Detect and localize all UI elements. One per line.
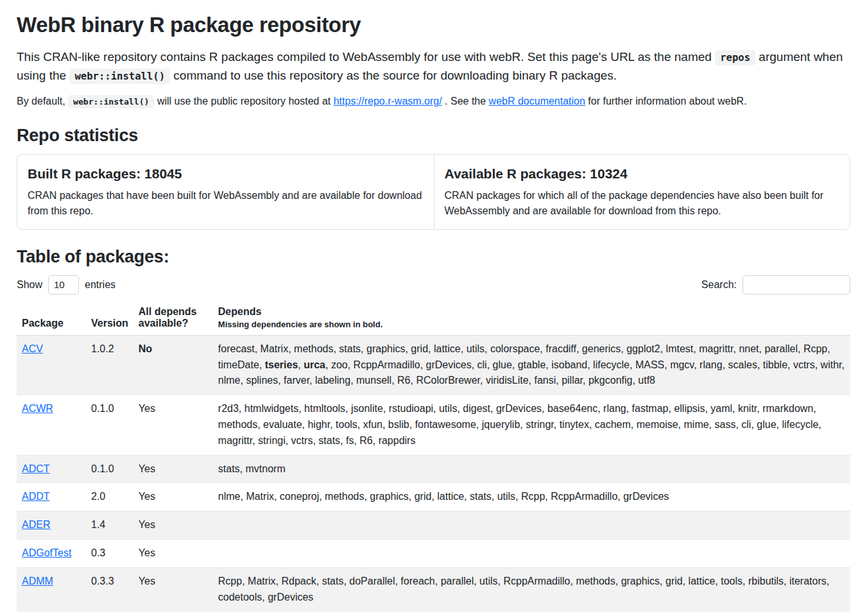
table-row: ADGofTest0.3Yes (17, 540, 850, 568)
stat-card-available: Available R packages: 10324 CRAN package… (434, 155, 850, 229)
version-cell: 0.1.0 (86, 455, 133, 483)
inline-code-webr-install-2: webr::install() (68, 95, 154, 108)
stat-available-title: Available R packages: 10324 (445, 166, 840, 182)
available-cell: No (133, 335, 213, 395)
available-cell: Yes (133, 567, 213, 612)
available-cell: Yes (133, 511, 213, 540)
search-input[interactable] (743, 275, 850, 295)
dependency-text: stats, mvtnorm (218, 463, 286, 474)
table-row: ACWR0.1.0Yesr2d3, htmlwidgets, htmltools… (17, 395, 850, 455)
package-cell: ADMMnet (17, 612, 86, 616)
table-row: ADER1.4Yes (17, 511, 850, 540)
search-label: Search: (701, 279, 737, 291)
dependency-text: Rcpp, Matrix, Rdpack, stats, doParallel,… (218, 576, 829, 603)
depends-cell: Matrix, Rcpp, RcppEigen, methods, graphi… (213, 612, 850, 616)
dependency-text: nlme, Matrix, coneproj, methods, graphic… (218, 491, 669, 502)
depends-cell: forecast, Matrix, methods, stats, graphi… (213, 335, 850, 395)
package-cell: ACWR (17, 395, 86, 455)
stat-card-built: Built R packages: 18045 CRAN packages th… (17, 155, 434, 229)
column-header-package[interactable]: Package (17, 302, 86, 336)
inline-code-webr-install: webr::install() (69, 69, 170, 84)
entries-label: entries (85, 279, 116, 291)
version-cell: 1.4 (86, 511, 133, 540)
package-link[interactable]: ADGofTest (22, 547, 71, 558)
available-cell: Yes (133, 540, 213, 568)
stat-built-description: CRAN packages that have been built for W… (28, 188, 424, 219)
version-cell: 0.3.3 (86, 567, 133, 612)
package-link[interactable]: ADCT (22, 463, 50, 474)
table-row: ADDT2.0Yesnlme, Matrix, coneproj, method… (17, 483, 850, 511)
default-note-text-3: . See the (442, 96, 489, 107)
page-title: WebR binary R package repository (17, 13, 850, 37)
depends-header-note: Missing dependencies are shown in bold. (218, 320, 845, 329)
stat-built-title: Built R packages: 18045 (28, 166, 424, 182)
webr-documentation-link[interactable]: webR documentation (489, 96, 585, 107)
package-link[interactable]: ADDT (22, 491, 50, 502)
package-link[interactable]: ACV (22, 343, 43, 354)
version-cell: 1.0.2 (86, 335, 133, 395)
depends-cell: Rcpp, Matrix, Rdpack, stats, doParallel,… (213, 567, 850, 612)
repo-statistics-heading: Repo statistics (17, 126, 850, 146)
package-cell: ADGofTest (17, 540, 86, 568)
default-note-text-4: for further information about webR. (585, 96, 747, 107)
package-cell: ADCT (17, 455, 86, 483)
available-cell: Yes (133, 395, 213, 455)
version-cell: 0.1.1 (86, 612, 133, 616)
packages-table-head: Package Version All depends available? D… (17, 302, 850, 336)
table-row: ADMMnet0.1.1YesMatrix, Rcpp, RcppEigen, … (17, 612, 850, 616)
available-cell: Yes (133, 455, 213, 483)
missing-dependency: tseries (265, 359, 298, 370)
table-controls: Show 10 entries Search: (17, 275, 850, 295)
table-row: ACV1.0.2Noforecast, Matrix, methods, sta… (17, 335, 850, 395)
version-cell: 0.3 (86, 540, 133, 568)
default-note-text-2: will use the public repository hosted at (154, 96, 333, 107)
package-link[interactable]: ADER (22, 519, 50, 530)
dependency-text: , (298, 359, 304, 370)
depends-cell (213, 511, 850, 540)
header-row: Package Version All depends available? D… (17, 302, 850, 336)
depends-cell: r2d3, htmlwidgets, htmltools, jsonlite, … (213, 395, 850, 455)
package-cell: ADMM (17, 567, 86, 612)
repo-url-link[interactable]: https://repo.r-wasm.org/ (334, 96, 442, 107)
package-cell: ADDT (17, 483, 86, 511)
stat-available-description: CRAN packages for which all of the packa… (445, 188, 840, 219)
column-header-all-depends-available[interactable]: All depends available? (133, 302, 213, 336)
depends-cell: nlme, Matrix, coneproj, methods, graphic… (213, 483, 850, 511)
packages-table: Package Version All depends available? D… (17, 302, 850, 616)
missing-dependency: urca (304, 359, 325, 370)
column-header-version[interactable]: Version (86, 302, 133, 336)
inline-code-repos: repos (715, 50, 755, 65)
page-length-control: Show 10 entries (17, 275, 116, 295)
default-note-text-1: By default, (17, 96, 68, 107)
package-cell: ADER (17, 511, 86, 540)
dependency-text: r2d3, htmlwidgets, htmltools, jsonlite, … (218, 403, 821, 446)
depends-header-title: Depends (218, 306, 845, 318)
depends-cell (213, 540, 850, 568)
table-of-packages-heading: Table of packages: (17, 247, 850, 267)
package-link[interactable]: ACWR (22, 403, 53, 414)
search-control: Search: (701, 275, 850, 295)
stats-panel: Built R packages: 18045 CRAN packages th… (17, 154, 850, 230)
show-label: Show (17, 279, 42, 291)
package-link[interactable]: ADMM (22, 576, 53, 586)
table-row: ADMM0.3.3YesRcpp, Matrix, Rdpack, stats,… (17, 567, 850, 612)
intro-paragraph: This CRAN-like repository contains R pac… (17, 47, 850, 85)
package-cell: ACV (17, 335, 86, 395)
packages-table-body: ACV1.0.2Noforecast, Matrix, methods, sta… (17, 335, 850, 616)
depends-cell: stats, mvtnorm (213, 455, 850, 483)
default-note-paragraph: By default, webr::install() will use the… (17, 94, 850, 109)
version-cell: 0.1.0 (86, 395, 133, 455)
column-header-depends[interactable]: Depends Missing dependencies are shown i… (213, 302, 850, 336)
page-size-select[interactable]: 10 (48, 275, 79, 295)
version-cell: 2.0 (86, 483, 133, 511)
intro-text-1: This CRAN-like repository contains R pac… (17, 50, 715, 64)
intro-text-3: command to use this repository as the so… (170, 69, 617, 82)
available-cell: Yes (133, 483, 213, 511)
available-cell: Yes (133, 612, 213, 616)
table-row: ADCT0.1.0Yesstats, mvtnorm (17, 455, 850, 483)
